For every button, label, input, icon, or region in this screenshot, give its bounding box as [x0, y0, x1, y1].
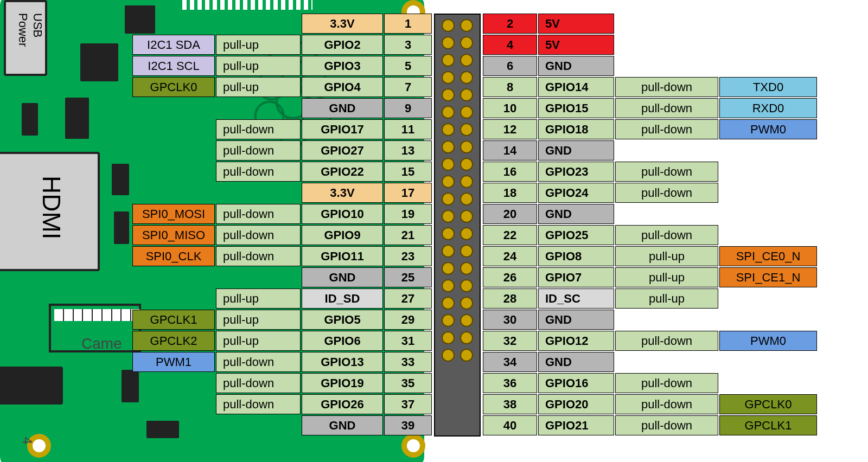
right-alt: RXD0	[719, 98, 817, 118]
left-pin-number: 33	[384, 352, 432, 372]
right-pin-number: 32	[483, 331, 537, 351]
left-pull: pull-up	[216, 288, 301, 309]
right-pull: pull-down	[615, 225, 718, 245]
left-pin-number: 35	[384, 373, 432, 393]
left-gpio: GPIO4	[302, 77, 383, 97]
right-alt: GPCLK1	[719, 415, 817, 435]
left-pull: pull-down	[216, 162, 301, 182]
right-pull: pull-up	[615, 267, 718, 287]
right-pin-number: 30	[483, 310, 537, 330]
left-pin-number: 23	[384, 246, 432, 266]
right-gpio: GPIO25	[538, 225, 614, 245]
right-pull: pull-down	[615, 162, 718, 182]
left-gpio: GPIO19	[302, 373, 383, 393]
left-pin-number: 7	[384, 77, 432, 97]
pinout-table: 3.3V125VI2C1 SDApull-upGPIO2345VI2C1 SCL…	[0, 14, 868, 437]
right-gpio: GND	[538, 204, 614, 224]
right-gpio: GPIO14	[538, 77, 614, 97]
right-pin-number: 16	[483, 162, 537, 182]
left-alt: SPI0_MISO	[132, 225, 215, 245]
left-gpio: GPIO17	[302, 119, 383, 139]
left-alt: GPCLK2	[132, 331, 215, 351]
left-pin-number: 29	[384, 310, 432, 330]
right-pull: pull-down	[615, 415, 718, 435]
right-pull: pull-down	[615, 183, 718, 203]
right-pull: pull-up	[615, 246, 718, 266]
left-pull: pull-up	[216, 35, 301, 55]
right-pull: pull-down	[615, 394, 718, 414]
right-gpio: GND	[538, 310, 614, 330]
right-gpio: GND	[538, 352, 614, 372]
left-pull: pull-up	[216, 77, 301, 97]
left-pull: pull-down	[216, 119, 301, 139]
right-pull: pull-down	[615, 77, 718, 97]
right-pull: pull-down	[615, 331, 718, 351]
right-pin-number: 34	[483, 352, 537, 372]
left-gpio: GPIO10	[302, 204, 383, 224]
left-gpio: GPIO26	[302, 394, 383, 414]
right-gpio: GPIO20	[538, 394, 614, 414]
right-pin-number: 14	[483, 140, 537, 161]
left-gpio: GPIO13	[302, 352, 383, 372]
left-gpio: GPIO6	[302, 331, 383, 351]
left-alt: GPCLK1	[132, 310, 215, 330]
right-alt: PWM0	[719, 331, 817, 351]
right-alt: SPI_CE0_N	[719, 246, 817, 266]
right-pin-number: 40	[483, 415, 537, 435]
right-pin-number: 26	[483, 267, 537, 287]
left-alt: SPI0_CLK	[132, 246, 215, 266]
right-pin-number: 12	[483, 119, 537, 139]
right-gpio: GPIO12	[538, 331, 614, 351]
left-gpio: GPIO5	[302, 310, 383, 330]
right-pin-number: 20	[483, 204, 537, 224]
right-alt: SPI_CE1_N	[719, 267, 817, 287]
right-pin-number: 4	[483, 35, 537, 55]
left-pin-number: 39	[384, 415, 432, 435]
left-pin-number: 1	[384, 14, 432, 34]
left-pin-number: 31	[384, 331, 432, 351]
left-pull: pull-up	[216, 331, 301, 351]
left-pull: pull-down	[216, 352, 301, 372]
right-gpio: GPIO24	[538, 183, 614, 203]
left-alt: I2C1 SDA	[132, 35, 215, 55]
mount-hole	[401, 434, 425, 458]
left-alt: GPCLK0	[132, 77, 215, 97]
right-gpio: GPIO18	[538, 119, 614, 139]
left-gpio: 3.3V	[302, 14, 383, 34]
right-pin-number: 18	[483, 183, 537, 203]
left-gpio: ID_SD	[302, 288, 383, 309]
right-gpio: GND	[538, 140, 614, 161]
left-pull: pull-down	[216, 394, 301, 414]
right-gpio: ID_SC	[538, 288, 614, 309]
solder-row	[182, 0, 312, 10]
corner-number: 4	[20, 437, 35, 444]
right-gpio: GPIO8	[538, 246, 614, 266]
left-gpio: GPIO9	[302, 225, 383, 245]
right-pin-number: 10	[483, 98, 537, 118]
left-pull: pull-up	[216, 310, 301, 330]
right-pin-number: 22	[483, 225, 537, 245]
right-alt: PWM0	[719, 119, 817, 139]
left-pull: pull-down	[216, 204, 301, 224]
left-pin-number: 9	[384, 98, 432, 118]
left-gpio: GPIO27	[302, 140, 383, 161]
right-pin-number: 6	[483, 56, 537, 76]
right-gpio: GPIO15	[538, 98, 614, 118]
left-pull: pull-up	[216, 56, 301, 76]
left-gpio: GPIO2	[302, 35, 383, 55]
right-gpio: 5V	[538, 14, 614, 34]
right-pin-number: 24	[483, 246, 537, 266]
left-gpio: GND	[302, 267, 383, 287]
left-gpio: GND	[302, 415, 383, 435]
left-gpio: GPIO11	[302, 246, 383, 266]
left-pull: pull-down	[216, 246, 301, 266]
right-gpio: GPIO23	[538, 162, 614, 182]
right-alt: TXD0	[719, 77, 817, 97]
right-pull: pull-up	[615, 288, 718, 309]
left-pin-number: 37	[384, 394, 432, 414]
left-pin-number: 27	[384, 288, 432, 309]
right-pull: pull-down	[615, 98, 718, 118]
right-pull: pull-down	[615, 373, 718, 393]
left-gpio: 3.3V	[302, 183, 383, 203]
right-pin-number: 36	[483, 373, 537, 393]
